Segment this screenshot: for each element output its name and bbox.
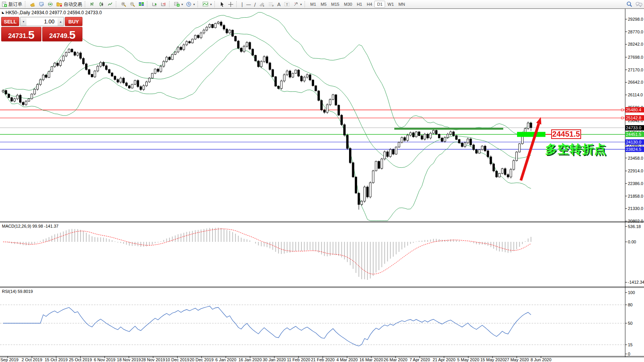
- date-axis-label: 10 Dec 2019: [165, 357, 189, 362]
- sell-button[interactable]: SELL: [1, 17, 19, 26]
- volume-increase-button[interactable]: ▲: [58, 17, 64, 26]
- rsi-axis-label: 50: [628, 321, 632, 326]
- turning-point-annotation[interactable]: 多空转折点: [545, 141, 606, 157]
- macd-axis-label: 536.18: [628, 224, 641, 229]
- date-axis-label: 4 Mar 2020: [336, 357, 358, 362]
- price-level-tag: 25142.8: [625, 115, 644, 121]
- rsi-label: RSI(14) 59.8019: [2, 289, 33, 294]
- buy-button[interactable]: BUY: [65, 17, 82, 26]
- buy-price-main: 24749.: [49, 32, 69, 40]
- price-level-tag: 24733.0: [625, 125, 644, 131]
- rsi-axis-label: 100: [628, 290, 635, 295]
- macd-axis-label: -1412.34: [628, 280, 644, 284]
- price-tick-label: 27698.0: [628, 55, 643, 60]
- date-axis-label: 16 Jan 2020: [239, 357, 262, 362]
- price-tick-label: 26642.0: [628, 80, 643, 84]
- date-axis-label: 6 Nov 2019: [94, 357, 115, 362]
- date-axis-label: 11 Feb 2020: [287, 357, 310, 362]
- volume-stepper: ▼ ▲: [20, 17, 64, 26]
- date-axis-label: 21 Feb 2020: [311, 357, 335, 362]
- chart-canvas[interactable]: [0, 0, 644, 362]
- date-axis-label: 21 Apr 2020: [433, 357, 455, 362]
- price-tick-label: 23458.0: [628, 156, 643, 160]
- date-axis-label: 20 Dec 2019: [189, 357, 213, 362]
- date-axis-label: 30 Jan 2020: [263, 357, 286, 362]
- volume-decrease-button[interactable]: ▼: [20, 17, 26, 26]
- price-tick-label: 29298.0: [628, 17, 643, 21]
- date-axis-label: 26 Mar 2020: [384, 357, 407, 362]
- price-tick-label: 21858.0: [628, 194, 643, 198]
- price-annotation-tag[interactable]: 24451.5: [551, 129, 581, 139]
- date-axis-label: 15 Oct 2019: [44, 357, 68, 362]
- price-tick-label: 22914.0: [628, 169, 643, 173]
- buy-price-big-digit: 5: [69, 30, 76, 40]
- date-axis-label: 25 Oct 2019: [69, 357, 92, 362]
- rsi-axis-label: 0: [628, 352, 630, 356]
- date-axis-label: 27 May 2020: [504, 357, 529, 362]
- price-level-tag: 24451.5: [625, 132, 644, 137]
- rsi-axis-label: 80: [628, 302, 632, 307]
- sell-price-big-digit: 5: [28, 30, 35, 40]
- price-tick-label: 20802.0: [628, 219, 643, 223]
- volume-input[interactable]: [26, 17, 58, 26]
- price-tick-label: 26114.0: [628, 93, 643, 97]
- macd-label: MACD(12,26,9) 99.98 -141.37: [2, 224, 58, 228]
- chart-ohlc: 24934.0 24977.0 24594.0 24733.0: [31, 10, 102, 15]
- price-tick-label: 27170.0: [628, 68, 643, 72]
- macd-axis-label: 0.00: [628, 240, 636, 244]
- date-axis-label: 2 Oct 2019: [21, 357, 42, 362]
- price-tick-label: 22386.0: [628, 181, 643, 186]
- date-axis-label: 8 Jun 2020: [530, 357, 551, 362]
- date-axis-label: 18 Nov 2019: [117, 357, 141, 362]
- price-tick-label: 28770.0: [628, 30, 643, 34]
- date-axis-label: 16 Mar 2020: [359, 357, 383, 362]
- date-axis-label: 5 May 2020: [457, 357, 479, 362]
- date-axis-label: 7 Apr 2020: [410, 357, 430, 362]
- chart-symbol-icon: ◣: [2, 11, 4, 14]
- sell-price-display[interactable]: 24731. 5: [1, 27, 41, 41]
- price-level-tag: 23824.5: [625, 147, 644, 152]
- date-axis-label: 6 Jan 2020: [216, 357, 236, 362]
- date-axis-label: 28 Nov 2019: [141, 357, 165, 362]
- rsi-axis-label: 15: [628, 342, 632, 347]
- price-tick-label: 21330.0: [628, 206, 643, 211]
- chart-symbol: HK50-,Daily: [6, 10, 30, 15]
- one-click-trading-panel: SELL ▼ ▲ BUY 24731. 5 24749. 5: [1, 17, 82, 41]
- price-level-tag: 24130.0: [625, 139, 644, 145]
- price-tick-label: 28242.0: [628, 42, 643, 46]
- price-level-tag: 25480.4: [625, 107, 644, 112]
- date-axis-label: 9 Sep 2019: [0, 357, 18, 362]
- sell-price-main: 24731.: [8, 32, 28, 40]
- mt4-terminal: { "toolbar": { "new_order_label": "新订单",…: [0, 0, 644, 362]
- date-axis-label: 15 May 2020: [480, 357, 505, 362]
- buy-price-display[interactable]: 24749. 5: [42, 27, 82, 41]
- chart-header: ◣ HK50-,Daily 24934.0 24977.0 24594.0 24…: [2, 10, 102, 15]
